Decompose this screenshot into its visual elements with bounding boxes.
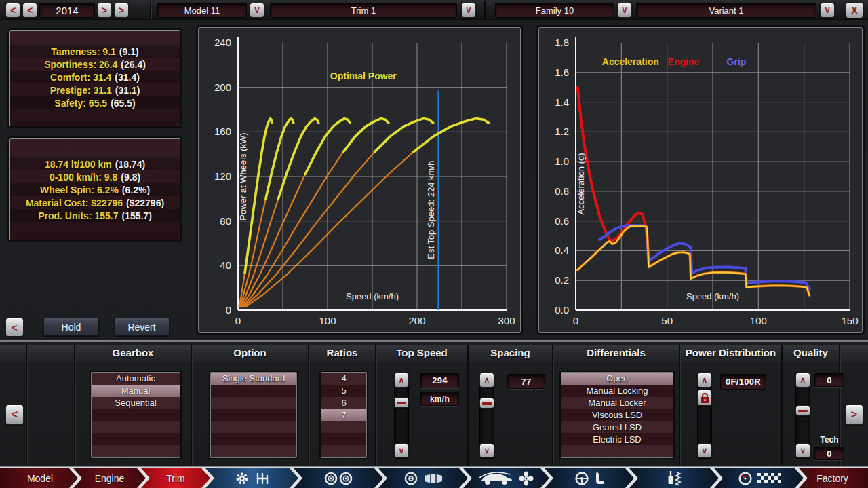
- tab-steering-wheel[interactable]: [542, 468, 636, 488]
- list-option-empty[interactable]: [321, 445, 366, 457]
- list-option-6[interactable]: 6: [321, 397, 366, 409]
- year-next-fast-button[interactable]: >: [114, 3, 129, 18]
- handle-grip-line: [482, 402, 492, 405]
- divider: [74, 345, 75, 467]
- stat-row: [10, 32, 180, 45]
- tab-model[interactable]: Model: [0, 468, 80, 488]
- model-dropdown-button[interactable]: V: [250, 3, 264, 18]
- list-option-4[interactable]: 4: [321, 373, 366, 385]
- quality-down-button[interactable]: ∨: [795, 443, 810, 458]
- list-option-single-standard[interactable]: Single Standard: [211, 373, 296, 385]
- tab-car-body[interactable]: [461, 468, 551, 488]
- right-arrow-icon: >: [119, 5, 124, 16]
- section-title-top-speed: Top Speed: [376, 347, 468, 358]
- list-option-7[interactable]: 7: [321, 409, 366, 421]
- top-speed-value: 294: [420, 373, 459, 388]
- tab-label: Engine: [95, 473, 125, 484]
- hold-button[interactable]: Hold: [43, 318, 99, 336]
- top-speed-up-button[interactable]: ∧: [394, 373, 409, 388]
- list-option-empty[interactable]: [211, 445, 296, 457]
- tab-engine[interactable]: Engine: [71, 468, 148, 488]
- year-prev-fast-button[interactable]: <: [5, 3, 20, 18]
- chevron-down-icon: V: [622, 5, 627, 15]
- list-option-empty[interactable]: [92, 445, 180, 457]
- divider: [552, 345, 553, 467]
- power-distribution-lock-button[interactable]: [697, 390, 712, 406]
- list-option-manual-locker[interactable]: Manual Locker: [561, 397, 673, 409]
- list-option-empty[interactable]: [561, 445, 673, 457]
- gear-ratios-list[interactable]: 4567: [321, 372, 367, 458]
- svg-text:0.2: 0.2: [555, 274, 569, 286]
- list-option-geared-lsd[interactable]: Geared LSD: [561, 421, 673, 433]
- quality-slider-handle[interactable]: [795, 405, 810, 416]
- list-option-automatic[interactable]: Automatic: [92, 373, 180, 385]
- tab-wheels[interactable]: [292, 468, 385, 488]
- spacing-slider-handle[interactable]: [479, 398, 494, 409]
- list-option-5[interactable]: 5: [321, 385, 366, 397]
- list-option-manual[interactable]: Manual: [92, 385, 180, 397]
- left-arrow-icon: <: [12, 322, 18, 333]
- stat-row: 18.74 lt/100 km(18.74): [10, 157, 180, 170]
- trim-dropdown-button[interactable]: V: [461, 3, 476, 18]
- gearbox-option-list[interactable]: Single Standard: [210, 372, 297, 458]
- year-next-button[interactable]: >: [97, 3, 112, 18]
- stat-row: Wheel Spin: 6.2%(6.2%): [10, 183, 180, 196]
- differentials-list[interactable]: OpenManual LockingManual LockerViscous L…: [561, 372, 673, 458]
- gearbox-type-list[interactable]: AutomaticManualSequential: [91, 372, 180, 458]
- svg-text:40: 40: [220, 259, 231, 271]
- list-option-manual-locking[interactable]: Manual Locking: [561, 385, 673, 397]
- divider: [26, 345, 27, 467]
- power-distribution-up-button[interactable]: ∧: [697, 373, 712, 388]
- tab-gauge[interactable]: [712, 468, 806, 488]
- list-option-empty[interactable]: [92, 433, 180, 445]
- svg-text:200: 200: [214, 81, 231, 93]
- list-option-empty[interactable]: [321, 421, 366, 433]
- tab-trim[interactable]: Trim: [139, 468, 212, 488]
- revert-button[interactable]: Revert: [114, 318, 170, 336]
- year-prev-button[interactable]: <: [22, 3, 37, 18]
- top-speed-slider-handle[interactable]: [394, 397, 409, 408]
- controls-prev-button[interactable]: <: [5, 405, 24, 425]
- list-option-viscous-lsd[interactable]: Viscous LSD: [561, 409, 673, 421]
- divider: [150, 1, 151, 19]
- list-option-empty[interactable]: [92, 409, 180, 421]
- list-option-electric-lsd[interactable]: Electric LSD: [561, 433, 673, 445]
- spacing-down-button[interactable]: ∨: [479, 443, 494, 458]
- spacing-value: 77: [507, 374, 545, 389]
- list-option-empty[interactable]: [211, 397, 296, 409]
- list-option-empty[interactable]: [211, 421, 296, 433]
- list-option-empty[interactable]: [321, 433, 366, 445]
- left-arrow-icon: <: [10, 5, 16, 16]
- family-dropdown[interactable]: Family 10: [495, 3, 614, 18]
- power-distribution-down-button[interactable]: ∨: [697, 443, 712, 458]
- list-option-empty[interactable]: [211, 409, 296, 421]
- chevron-up-icon: ∧: [800, 375, 806, 385]
- list-option-empty[interactable]: [211, 433, 296, 445]
- controls-next-button[interactable]: >: [845, 405, 863, 425]
- close-button[interactable]: X: [846, 2, 863, 18]
- tab-gearbox[interactable]: [203, 468, 300, 488]
- svg-text:0: 0: [235, 315, 241, 326]
- svg-text:0.0: 0.0: [555, 304, 569, 316]
- spacing-up-button[interactable]: ∧: [479, 373, 494, 388]
- svg-text:0: 0: [226, 304, 231, 316]
- stat-row: 0-100 km/h: 9.8(9.8): [10, 170, 180, 183]
- list-option-open[interactable]: Open: [561, 373, 673, 385]
- stat-row: [10, 109, 180, 122]
- stat-row: Tameness: 9.1(9.1): [10, 45, 180, 58]
- variant-dropdown-button[interactable]: V: [820, 3, 835, 18]
- trim-dropdown[interactable]: Trim 1: [270, 3, 457, 18]
- panel-back-button[interactable]: <: [5, 318, 24, 337]
- list-option-sequential[interactable]: Sequential: [92, 397, 180, 409]
- quality-up-button[interactable]: ∧: [795, 373, 810, 388]
- top-speed-down-button[interactable]: ∨: [394, 443, 409, 458]
- list-option-empty[interactable]: [211, 385, 296, 397]
- variant-dropdown[interactable]: Variant 1: [636, 3, 816, 18]
- model-dropdown[interactable]: Model 11: [157, 3, 247, 18]
- list-option-empty[interactable]: [92, 421, 180, 433]
- family-dropdown-button[interactable]: V: [617, 3, 632, 18]
- svg-text:150: 150: [841, 315, 858, 326]
- tab-suspension[interactable]: [627, 468, 721, 488]
- tab-brake-disc[interactable]: [376, 468, 470, 488]
- svg-text:0.8: 0.8: [555, 185, 569, 197]
